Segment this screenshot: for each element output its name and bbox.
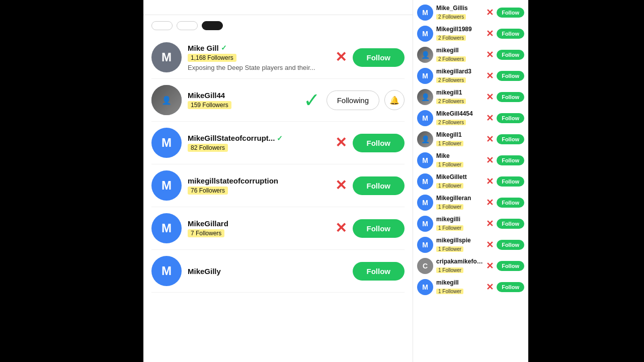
right-panel-item: Ccripakamikefothergill1 Follower✕Follow xyxy=(413,255,528,277)
rp-remove-icon[interactable]: ✕ xyxy=(486,134,494,145)
channel-avatar: M xyxy=(151,128,182,158)
rp-followers: 1 Follower xyxy=(436,183,463,189)
rp-remove-icon[interactable]: ✕ xyxy=(486,28,494,39)
channel-item: MMikeGillard7 Followers✕Follow xyxy=(151,207,405,250)
action-area: ✕Follow xyxy=(331,219,405,238)
tab-videos[interactable] xyxy=(177,21,198,30)
remove-icon[interactable]: ✕ xyxy=(335,221,347,235)
rp-follow-button[interactable]: Follow xyxy=(497,134,524,144)
rp-followers: 1 Follower xyxy=(436,225,463,231)
follow-button[interactable]: Follow xyxy=(353,176,405,195)
rp-name: MikeGillett xyxy=(436,173,483,180)
channel-name: MikeGillStateofcorrupt...✓ xyxy=(188,134,331,142)
rp-follow-button[interactable]: Follow xyxy=(497,198,524,208)
rp-avatar: 👤 xyxy=(417,131,433,147)
followers-badge: 159 Followers xyxy=(188,101,231,109)
rp-name: mikegillard3 xyxy=(436,68,483,75)
right-black-panel xyxy=(528,0,644,362)
rp-followers: 1 Follower xyxy=(436,141,463,146)
channel-name: MikeGilly xyxy=(188,267,353,276)
rp-remove-icon[interactable]: ✕ xyxy=(486,155,494,166)
rp-remove-icon[interactable]: ✕ xyxy=(486,7,494,18)
right-panel-item: 👤Mikegill11 Follower✕Follow xyxy=(413,129,528,150)
rp-avatar: M xyxy=(417,237,433,253)
rp-info: MikeGillett1 Follower xyxy=(436,173,483,190)
rp-followers: 2 Followers xyxy=(436,120,466,125)
channel-list: MMike Gill✓1,168 FollowersExposing the D… xyxy=(143,36,413,362)
rp-follow-button[interactable]: Follow xyxy=(497,50,524,60)
rp-name: mikegilli xyxy=(436,216,483,223)
rp-followers: 1 Follower xyxy=(436,289,463,294)
right-panel-item: Mmikegill1 Follower✕Follow xyxy=(413,277,528,298)
channel-avatar: M xyxy=(151,256,182,286)
rp-remove-icon[interactable]: ✕ xyxy=(486,282,494,293)
rp-info: mikegill2 Followers xyxy=(436,47,483,63)
rp-followers: 2 Followers xyxy=(436,35,466,41)
right-panel-item: 👤mikegill2 Followers✕Follow xyxy=(413,44,528,65)
channel-name: Mike Gill✓ xyxy=(188,44,331,52)
rp-remove-icon[interactable]: ✕ xyxy=(486,176,494,187)
rp-followers: 2 Followers xyxy=(436,77,466,83)
right-panel-item: Mmikegillard32 Followers✕Follow xyxy=(413,65,528,86)
rp-info: mikegill1 Follower xyxy=(436,279,483,295)
notification-bell-button[interactable]: 🔔 xyxy=(384,90,405,110)
action-area: ✕Follow xyxy=(331,48,405,67)
rp-follow-button[interactable]: Follow xyxy=(497,29,524,39)
rp-follow-button[interactable]: Follow xyxy=(497,219,524,229)
channel-item: MMikeGillyFollow xyxy=(151,250,405,293)
remove-icon[interactable]: ✕ xyxy=(335,136,347,150)
channel-info: Mike Gill✓1,168 FollowersExposing the De… xyxy=(188,44,331,71)
followers-badge: 82 Followers xyxy=(188,144,228,152)
channel-item: Mmikegillstateofcorruption76 Followers✕F… xyxy=(151,164,405,207)
tab-channels[interactable] xyxy=(202,21,223,30)
remove-icon[interactable]: ✕ xyxy=(335,50,347,64)
rp-follow-button[interactable]: Follow xyxy=(497,71,524,81)
rp-remove-icon[interactable]: ✕ xyxy=(486,218,494,229)
right-panel-item: MMike1 Follower✕Follow xyxy=(413,150,528,171)
right-panel-item: MMikeGillett1 Follower✕Follow xyxy=(413,171,528,192)
rp-follow-button[interactable]: Follow xyxy=(497,282,524,292)
rp-name: MikeGill4454 xyxy=(436,110,483,117)
right-panel: MMike_Gillis2 Followers✕FollowMMikegill1… xyxy=(413,0,528,362)
follow-button[interactable]: Follow xyxy=(353,134,405,152)
follow-button[interactable]: Follow xyxy=(353,219,405,238)
channel-avatar: M xyxy=(151,213,182,243)
rp-followers: 2 Followers xyxy=(436,14,466,20)
rp-follow-button[interactable]: Follow xyxy=(497,176,524,187)
rp-remove-icon[interactable]: ✕ xyxy=(486,49,494,60)
follow-button[interactable]: Follow xyxy=(353,48,405,67)
rp-followers: 1 Follower xyxy=(436,267,463,273)
rp-info: Mikegill19892 Followers xyxy=(436,26,483,42)
rp-name: mikegill1 xyxy=(436,89,483,96)
rp-avatar: M xyxy=(417,68,433,84)
rp-name: Mike_Gillis xyxy=(436,5,483,12)
channel-info: MikeGillStateofcorrupt...✓82 Followers xyxy=(188,134,331,152)
tab-all[interactable] xyxy=(151,21,173,30)
followers-badge: 76 Followers xyxy=(188,187,228,195)
following-button[interactable]: Following xyxy=(327,90,379,110)
rp-name: mikegill xyxy=(436,279,483,286)
rp-avatar: 👤 xyxy=(417,47,433,63)
channel-name: MikeGill44 xyxy=(188,91,303,100)
rp-follow-button[interactable]: Follow xyxy=(497,8,524,18)
rp-remove-icon[interactable]: ✕ xyxy=(486,92,494,103)
rp-remove-icon[interactable]: ✕ xyxy=(486,113,494,124)
channel-item: MMikeGillStateofcorrupt...✓82 Followers✕… xyxy=(151,122,405,164)
follow-button[interactable]: Follow xyxy=(353,262,405,281)
rp-follow-button[interactable]: Follow xyxy=(497,240,524,250)
rp-avatar: 👤 xyxy=(417,89,433,105)
rp-follow-button[interactable]: Follow xyxy=(497,113,524,123)
rp-name: mikegillspie xyxy=(436,237,483,244)
rp-remove-icon[interactable]: ✕ xyxy=(486,260,494,272)
rp-remove-icon[interactable]: ✕ xyxy=(486,239,494,250)
rp-avatar: C xyxy=(417,258,433,274)
rp-follow-button[interactable]: Follow xyxy=(497,261,524,271)
rp-follow-button[interactable]: Follow xyxy=(497,155,524,165)
rp-remove-icon[interactable]: ✕ xyxy=(486,70,494,81)
rp-follow-button[interactable]: Follow xyxy=(497,92,524,102)
right-panel-item: MMike_Gillis2 Followers✕Follow xyxy=(413,2,528,23)
left-black-panel xyxy=(0,0,143,362)
channel-item: MMike Gill✓1,168 FollowersExposing the D… xyxy=(151,36,405,79)
rp-remove-icon[interactable]: ✕ xyxy=(486,197,494,208)
remove-icon[interactable]: ✕ xyxy=(335,178,347,193)
